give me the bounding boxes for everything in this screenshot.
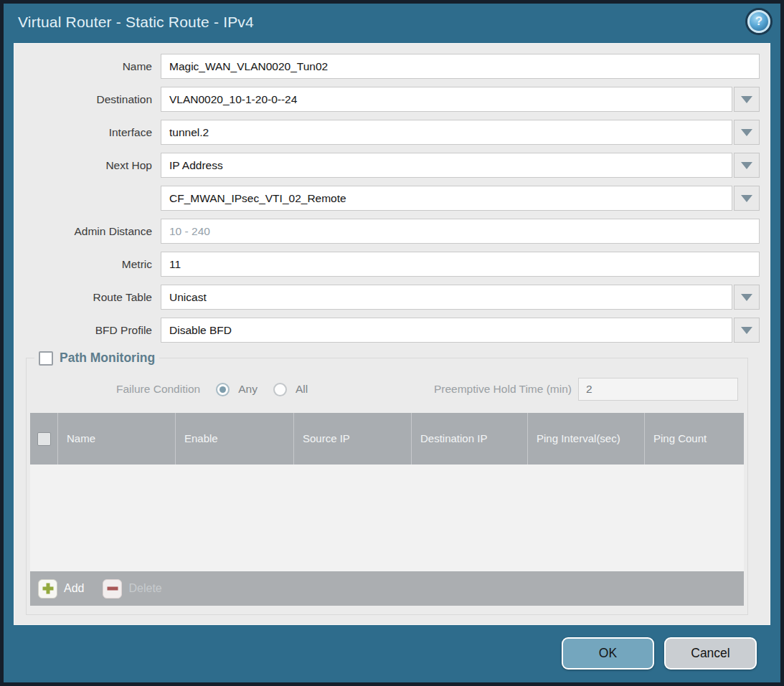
table-toolbar: Add Delete [30,571,744,606]
route-table-dropdown-button[interactable] [734,285,760,310]
destination-label: Destination [14,93,152,106]
table-header-ping-count[interactable]: Ping Count [644,413,744,465]
table-header-name[interactable]: Name [57,413,175,465]
help-icon[interactable]: ? [747,10,770,33]
table-header-select-all [30,413,57,465]
failure-condition-label: Failure Condition [116,383,200,396]
title-bar: Virtual Router - Static Route - IPv4 ? [4,4,780,41]
metric-label: Metric [14,258,152,271]
delete-button-label: Delete [128,582,161,595]
route-table-label: Route Table [14,291,152,304]
dialog-body: Name Destination Interface [14,43,770,625]
interface-label: Interface [14,126,152,139]
admin-distance-label: Admin Distance [14,225,152,238]
select-all-checkbox[interactable] [37,432,51,446]
failure-condition-all-radio[interactable] [273,383,287,396]
dialog-title: Virtual Router - Static Route - IPv4 [18,14,254,31]
path-monitoring-title: Path Monitoring [60,351,155,366]
chevron-down-icon [741,195,752,202]
name-label: Name [14,60,152,73]
failure-condition-any-label: Any [238,383,258,396]
failure-condition-all-label: All [296,383,308,396]
preemptive-hold-time-input[interactable] [578,378,738,401]
interface-row: Interface [14,120,760,145]
interface-dropdown-button[interactable] [734,120,760,145]
chevron-down-icon [741,327,752,334]
add-button-label: Add [64,582,84,595]
table-header-ping-interval[interactable]: Ping Interval(sec) [527,413,644,465]
chevron-down-icon [741,162,752,169]
chevron-down-icon [741,129,752,136]
path-monitoring-checkbox[interactable] [39,351,53,366]
destination-dropdown-button[interactable] [734,87,760,112]
next-hop-address-dropdown-button[interactable] [734,186,760,211]
table-header-enable[interactable]: Enable [175,413,293,465]
failure-condition-row: Failure Condition Any All Preemptive Hol… [36,377,738,401]
metric-input[interactable] [161,252,760,277]
next-hop-address-input[interactable] [161,186,732,211]
failure-condition-any-radio[interactable] [216,383,230,396]
destination-row: Destination [14,87,760,112]
next-hop-address-row [14,186,760,211]
dialog-footer: OK Cancel [4,625,780,670]
preemptive-hold-time-label: Preemptive Hold Time (min) [434,383,572,396]
bfd-profile-dropdown-button[interactable] [734,318,760,343]
next-hop-type-dropdown-button[interactable] [734,153,760,178]
bfd-profile-label: BFD Profile [14,324,152,337]
chevron-down-icon [741,294,752,301]
interface-input[interactable] [161,120,732,145]
next-hop-label: Next Hop [14,159,152,172]
admin-distance-input[interactable] [161,219,760,244]
next-hop-type-input[interactable] [161,153,732,178]
dialog-window: Virtual Router - Static Route - IPv4 ? N… [0,0,784,686]
path-monitoring-legend: Path Monitoring [34,351,159,366]
ok-button[interactable]: OK [562,637,654,670]
route-table-input[interactable] [161,285,732,310]
delete-button[interactable]: Delete [103,579,161,599]
name-input[interactable] [161,54,760,79]
name-row: Name [14,54,760,79]
bfd-profile-input[interactable] [161,318,732,343]
path-monitoring-section: Path Monitoring Failure Condition Any Al… [26,351,748,615]
metric-row: Metric [14,252,760,277]
next-hop-type-row: Next Hop [14,153,760,178]
table-header-row: Name Enable Source IP Destination IP Pin… [30,413,744,465]
table-header-destination-ip[interactable]: Destination IP [411,413,527,465]
table-body-empty [30,465,744,571]
destination-input[interactable] [161,87,732,112]
chevron-down-icon [741,96,752,103]
path-monitoring-table: Name Enable Source IP Destination IP Pin… [30,413,744,606]
table-header-source-ip[interactable]: Source IP [293,413,411,465]
admin-distance-row: Admin Distance [14,219,760,244]
bfd-profile-row: BFD Profile [14,318,760,343]
help-icon-glyph: ? [755,14,763,29]
plus-icon [38,579,57,599]
cancel-button[interactable]: Cancel [664,637,757,670]
route-table-row: Route Table [14,285,760,310]
add-button[interactable]: Add [38,579,84,599]
minus-icon [103,579,122,599]
